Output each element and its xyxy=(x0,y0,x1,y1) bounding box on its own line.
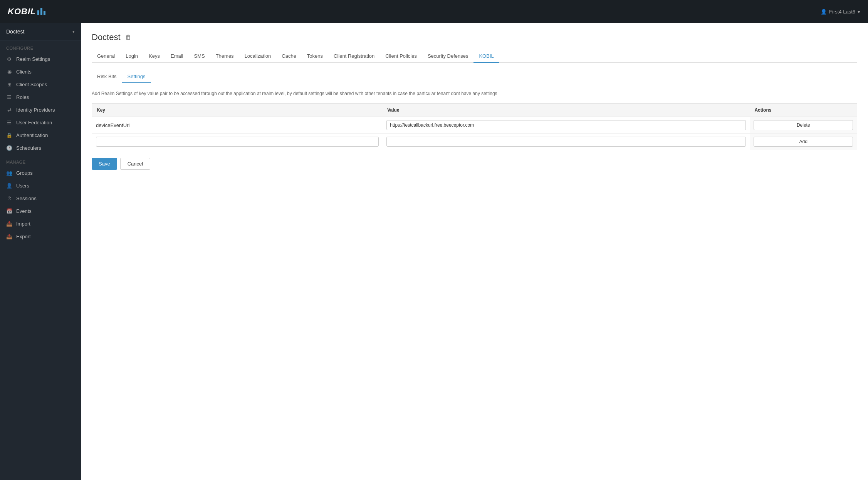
sidebar-item-sessions[interactable]: ⏱ Sessions xyxy=(0,192,81,205)
sidebar-item-groups[interactable]: 👥 Groups xyxy=(0,167,81,179)
sidebar: Doctest ▾ Configure ⚙ Realm Settings ◉ C… xyxy=(0,23,81,480)
tab-cache[interactable]: Cache xyxy=(276,50,302,63)
users-icon: 👤 xyxy=(6,183,12,189)
sidebar-item-identity-providers[interactable]: ⇄ Identity Providers xyxy=(0,104,81,116)
sidebar-item-label: Schedulers xyxy=(16,145,41,151)
row-key-value: deviceEventUrl xyxy=(96,122,129,128)
row-value-cell xyxy=(383,117,750,134)
sidebar-item-label: Export xyxy=(16,234,31,239)
tab-sms[interactable]: SMS xyxy=(188,50,210,63)
row-actions-cell: Delete xyxy=(750,117,857,134)
tab-keys[interactable]: Keys xyxy=(143,50,165,63)
main-tabs: General Login Keys Email SMS Themes Loca… xyxy=(92,50,857,63)
sidebar-item-label: Users xyxy=(16,183,29,189)
settings-table: Key Value Actions deviceEventUrl xyxy=(92,103,857,150)
content-area: Doctest 🗑 General Login Keys Email SMS T… xyxy=(81,23,868,480)
topbar: KOBIL 👤 First4 Last6 ▾ xyxy=(0,0,868,23)
logo-text: KOBIL xyxy=(8,7,36,17)
sidebar-item-clients[interactable]: ◉ Clients xyxy=(0,65,81,78)
delete-realm-icon[interactable]: 🗑 xyxy=(125,34,131,41)
tab-localization[interactable]: Localization xyxy=(239,50,277,63)
page-title: Doctest xyxy=(92,32,121,42)
table-row: deviceEventUrl Delete xyxy=(92,117,857,134)
sidebar-item-roles[interactable]: ☰ Roles xyxy=(0,91,81,104)
events-icon: 📅 xyxy=(6,208,12,214)
clients-icon: ◉ xyxy=(6,69,12,75)
client-scopes-icon: ⊞ xyxy=(6,82,12,87)
page-description: Add Realm Settings of key value pair to … xyxy=(92,90,857,97)
save-button[interactable]: Save xyxy=(92,158,117,170)
sidebar-item-label: Client Scopes xyxy=(16,82,47,87)
logo-bars xyxy=(37,8,45,15)
sidebar-item-user-federation[interactable]: ☰ User Federation xyxy=(0,116,81,129)
logo-bar-3 xyxy=(44,11,45,15)
manage-section-label: Manage xyxy=(0,154,81,167)
import-icon: 📥 xyxy=(6,221,12,227)
sidebar-item-import[interactable]: 📥 Import xyxy=(0,217,81,230)
column-header-value: Value xyxy=(383,104,750,117)
user-menu[interactable]: 👤 First4 Last6 ▾ xyxy=(821,9,860,15)
column-header-key: Key xyxy=(92,104,383,117)
page-title-row: Doctest 🗑 xyxy=(92,32,857,42)
sidebar-item-label: User Federation xyxy=(16,120,52,125)
schedulers-icon: 🕐 xyxy=(6,145,12,151)
sidebar-item-realm-settings[interactable]: ⚙ Realm Settings xyxy=(0,53,81,65)
cancel-button[interactable]: Cancel xyxy=(120,158,150,170)
realm-chevron-icon: ▾ xyxy=(72,29,75,34)
tab-client-registration[interactable]: Client Registration xyxy=(328,50,380,63)
sidebar-item-authentication[interactable]: 🔒 Authentication xyxy=(0,129,81,142)
sub-tab-settings[interactable]: Settings xyxy=(122,70,151,83)
row-value-input[interactable] xyxy=(386,120,746,130)
add-row-button[interactable]: Add xyxy=(754,137,853,147)
row-key-cell: deviceEventUrl xyxy=(92,117,383,134)
new-value-cell xyxy=(383,134,750,150)
sidebar-item-label: Identity Providers xyxy=(16,107,55,113)
identity-providers-icon: ⇄ xyxy=(6,107,12,113)
new-row: Add xyxy=(92,134,857,150)
sidebar-item-label: Events xyxy=(16,208,32,214)
sub-tabs: Risk Bits Settings xyxy=(92,70,857,83)
sidebar-item-client-scopes[interactable]: ⊞ Client Scopes xyxy=(0,78,81,91)
sidebar-item-label: Sessions xyxy=(16,196,37,201)
main-layout: Doctest ▾ Configure ⚙ Realm Settings ◉ C… xyxy=(0,23,868,480)
tab-email[interactable]: Email xyxy=(165,50,189,63)
realm-selector[interactable]: Doctest ▾ xyxy=(0,23,81,40)
new-key-cell xyxy=(92,134,383,150)
user-federation-icon: ☰ xyxy=(6,120,12,125)
sidebar-item-label: Realm Settings xyxy=(16,56,50,62)
realm-name: Doctest xyxy=(6,28,24,35)
logo: KOBIL xyxy=(8,7,45,17)
tab-login[interactable]: Login xyxy=(120,50,143,63)
sidebar-item-schedulers[interactable]: 🕐 Schedulers xyxy=(0,142,81,154)
user-icon: 👤 xyxy=(821,9,827,15)
user-name: First4 Last6 xyxy=(829,9,855,15)
configure-section-label: Configure xyxy=(0,40,81,53)
sessions-icon: ⏱ xyxy=(6,196,12,201)
content-inner: Doctest 🗑 General Login Keys Email SMS T… xyxy=(81,23,868,480)
tab-kobil[interactable]: KOBIL xyxy=(473,50,499,63)
delete-row-button[interactable]: Delete xyxy=(754,120,853,130)
tab-general[interactable]: General xyxy=(92,50,120,63)
tab-client-policies[interactable]: Client Policies xyxy=(380,50,422,63)
sidebar-item-export[interactable]: 📤 Export xyxy=(0,230,81,243)
realm-settings-icon: ⚙ xyxy=(6,56,12,62)
sidebar-item-label: Groups xyxy=(16,170,33,176)
new-key-input[interactable] xyxy=(96,137,379,147)
user-chevron-icon: ▾ xyxy=(858,9,860,15)
sidebar-item-events[interactable]: 📅 Events xyxy=(0,205,81,217)
sidebar-item-users[interactable]: 👤 Users xyxy=(0,179,81,192)
sidebar-item-label: Authentication xyxy=(16,132,48,138)
new-actions-cell: Add xyxy=(750,134,857,150)
logo-bar-2 xyxy=(40,8,42,15)
sub-tab-risk-bits[interactable]: Risk Bits xyxy=(92,70,122,83)
tab-security-defenses[interactable]: Security Defenses xyxy=(422,50,474,63)
sidebar-item-label: Clients xyxy=(16,69,32,75)
sidebar-item-label: Roles xyxy=(16,94,29,100)
roles-icon: ☰ xyxy=(6,94,12,100)
logo-bar-1 xyxy=(37,10,39,15)
tab-themes[interactable]: Themes xyxy=(210,50,239,63)
groups-icon: 👥 xyxy=(6,170,12,176)
tab-tokens[interactable]: Tokens xyxy=(302,50,328,63)
action-row: Save Cancel xyxy=(92,158,857,170)
new-value-input[interactable] xyxy=(386,137,746,147)
